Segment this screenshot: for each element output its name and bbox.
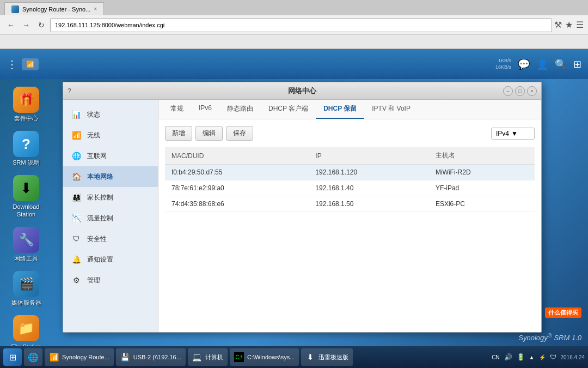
smzdm-badge: 什么值得买: [545, 307, 581, 318]
network-status-button[interactable]: 📶: [22, 58, 39, 70]
local-network-label: 本地网络: [87, 172, 113, 182]
tab-iptv-voip[interactable]: IPTV 和 VoIP: [364, 100, 418, 119]
tab-bar: Synology Router - Syno... ×: [0, 0, 588, 15]
cell-ip: 192.168.1.120: [309, 165, 429, 180]
messages-icon[interactable]: 💬: [518, 58, 530, 70]
management-icon: ⚙: [71, 275, 82, 286]
dhcp-reserve-table: MAC/DUID IP 主机名 f0:b4:29:50:d7:55 192.16…: [165, 147, 535, 212]
desktop-icon-srm-help[interactable]: ? SRM 说明: [4, 128, 48, 170]
taskbar-usb[interactable]: 💾 USB-2 (\\192.16...: [116, 348, 186, 366]
watermark-area: 值 什么值得买: [532, 306, 581, 319]
traffic-icon: 📉: [71, 213, 82, 224]
back-button[interactable]: ←: [4, 19, 17, 32]
table-row[interactable]: f0:b4:29:50:d7:55 192.168.1.120 MiWiFi-R…: [165, 165, 535, 180]
table-row[interactable]: 78:7e:61:e2:99:a0 192.168.1.40 YF-iPad: [165, 180, 535, 196]
ip-version-dropdown[interactable]: IPv4 ▼: [491, 128, 535, 140]
internet-icon: 🌐: [71, 150, 82, 161]
col-hostname: 主机名: [429, 147, 535, 165]
window-restore-button[interactable]: □: [515, 86, 525, 96]
ie-icon: 🌐: [28, 352, 38, 362]
desktop-icons: 🎁 套件中心 ? SRM 说明 ⬇ Download Station 🔧 网络工…: [4, 83, 56, 342]
wireless-label: 无线: [87, 131, 100, 140]
col-ip: IP: [309, 147, 429, 165]
add-button[interactable]: 新增: [165, 126, 192, 141]
srm-help-icon: ?: [22, 136, 30, 153]
tab-title: Synology Router - Syno...: [22, 6, 90, 13]
settings-icon[interactable]: ⚒: [554, 20, 562, 30]
download-icon: ⬇: [20, 180, 32, 197]
sidebar-item-security[interactable]: 🛡 安全性: [63, 228, 158, 249]
cell-mac: 78:7e:61:e2:99:a0: [165, 180, 309, 196]
desktop-icon-media-server[interactable]: 🎬 媒体服务器: [4, 268, 48, 310]
tab-general[interactable]: 常规: [163, 100, 191, 119]
desktop-icon-download-station[interactable]: ⬇ Download Station: [4, 172, 48, 221]
taskbar-thunder[interactable]: ⬇ 迅雷极速版: [301, 348, 353, 366]
branding-area: Synology® SRM 1.0: [518, 332, 581, 342]
apps-grid-icon[interactable]: ⋮: [7, 58, 17, 71]
router-taskbar-icon: 📶: [49, 352, 59, 362]
media-server-icon: 🎬: [19, 277, 34, 291]
user-icon[interactable]: 👤: [536, 58, 548, 70]
network-center-window: ? 网络中心 − □ × 📊 状态 📶 无线 🌐: [63, 82, 542, 333]
refresh-button[interactable]: ↻: [35, 19, 48, 32]
search-icon[interactable]: 🔍: [555, 58, 567, 70]
volume-icon[interactable]: 🔊: [504, 353, 512, 361]
sidebar-item-notification[interactable]: 🔔 通知设置: [63, 249, 158, 270]
computer-icon: 💻: [192, 352, 202, 362]
address-bar[interactable]: [50, 18, 552, 32]
col-mac: MAC/DUID: [165, 147, 309, 165]
sidebar-item-internet[interactable]: 🌐 互联网: [63, 146, 158, 166]
sidebar-item-management[interactable]: ⚙ 管理: [63, 270, 158, 291]
package-center-label: 套件中心: [14, 115, 38, 122]
tab-close-button[interactable]: ×: [94, 6, 97, 12]
tab-static-route[interactable]: 静态路由: [219, 100, 261, 119]
sidebar-item-status[interactable]: 📊 状态: [63, 104, 158, 125]
bookmark-icon[interactable]: ★: [565, 20, 573, 30]
download-station-label: Download Station: [7, 203, 46, 218]
browser-chrome: Synology Router - Syno... × ← → ↻ ⚒ ★ ☰: [0, 0, 588, 49]
taskbar-router-label: Synology Route...: [62, 354, 109, 360]
taskbar-computer[interactable]: 💻 计算机: [188, 348, 228, 366]
sidebar-item-parental-control[interactable]: 👨‍👩‍👧 家长控制: [63, 187, 158, 208]
extensions-icon[interactable]: ☰: [576, 20, 584, 30]
start-icon: ⊞: [9, 352, 16, 363]
taskbar-ie-icon[interactable]: 🌐: [24, 348, 42, 366]
tab-dhcp-reserve[interactable]: DHCP 保留: [316, 100, 364, 119]
desktop-icon-network-tools[interactable]: 🔧 网络工具: [4, 224, 48, 266]
tray-expand-icon[interactable]: ▲: [529, 354, 535, 360]
window-minimize-button[interactable]: −: [503, 86, 513, 96]
desktop-icon-package-center[interactable]: 🎁 套件中心: [4, 83, 48, 125]
content-area: 新增 编辑 保存 IPv4 ▼: [158, 119, 541, 332]
cell-hostname: MiWiFi-R2D: [429, 165, 535, 180]
taskbar-cmd[interactable]: C:\ C:\Windows\sys...: [230, 348, 299, 366]
network-tray-icon[interactable]: ⚡: [539, 354, 546, 360]
notification-icon: 🔔: [71, 254, 82, 265]
security-label: 安全性: [87, 234, 107, 244]
wireless-icon: 📶: [71, 130, 82, 141]
sidebar-item-wireless[interactable]: 📶 无线: [63, 125, 158, 146]
table-row[interactable]: 74:d4:35:88:68:e6 192.168.1.50 ESXi6-PC: [165, 196, 535, 212]
cmd-icon: C:\: [234, 352, 244, 362]
select-box[interactable]: IPv4 ▼: [491, 128, 535, 140]
edit-button[interactable]: 编辑: [195, 126, 223, 141]
tabs-bar: 常规 IPv6 静态路由 DHCP 客户端 DHCP 保留 IPTV 和 VoI…: [158, 100, 541, 119]
network-tools-label: 网络工具: [14, 255, 38, 262]
sidebar-item-local-network[interactable]: 🏠 本地网络: [63, 166, 158, 187]
taskbar-synology-router[interactable]: 📶 Synology Route...: [45, 348, 114, 366]
window-close-button[interactable]: ×: [527, 86, 537, 96]
tab-ipv6[interactable]: IPv6: [191, 100, 219, 119]
media-server-label: 媒体服务器: [11, 299, 41, 306]
cell-ip: 192.168.1.50: [309, 196, 429, 212]
save-button[interactable]: 保存: [226, 126, 253, 141]
start-button[interactable]: ⊞: [3, 348, 22, 366]
browser-tab[interactable]: Synology Router - Syno... ×: [4, 2, 104, 15]
help-button[interactable]: ?: [68, 87, 71, 95]
sidebar-item-traffic-control[interactable]: 📉 流量控制: [63, 208, 158, 228]
local-network-icon: 🏠: [71, 171, 82, 182]
management-label: 管理: [87, 276, 100, 285]
forward-button[interactable]: →: [20, 19, 33, 32]
tab-dhcp-client[interactable]: DHCP 客户端: [261, 100, 316, 119]
grid-view-icon[interactable]: ⊞: [573, 58, 581, 70]
srm-help-label: SRM 说明: [13, 159, 40, 166]
wifi-icon: 📶: [26, 61, 34, 68]
